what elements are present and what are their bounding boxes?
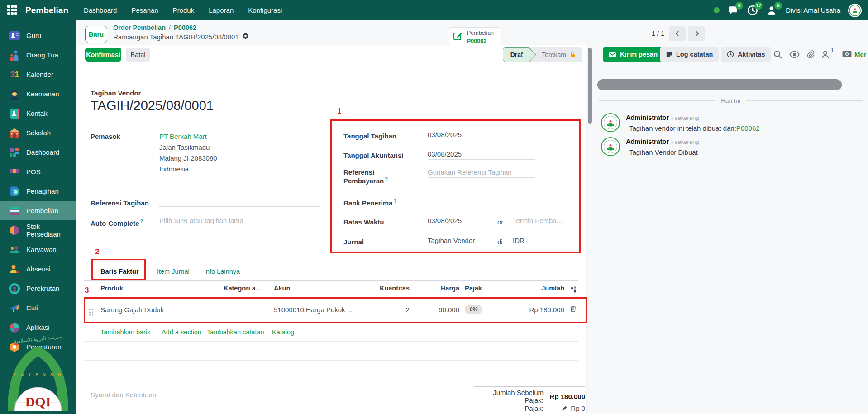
user-avatar[interactable] [848, 4, 862, 17]
attachments-paperclip-icon[interactable] [806, 50, 816, 61]
edit-tax-pencil-icon[interactable] [562, 405, 568, 411]
cell-pajak[interactable]: 0% [465, 305, 501, 314]
journal-input[interactable] [428, 236, 490, 246]
svg-text:DQI: DQI [25, 394, 51, 409]
sidebar-item-penagihan[interactable]: $ Penagihan [0, 181, 76, 201]
yayasan-dqi-logo: مدرسة التربية الاسلامية Y A Y A S A N DQ… [0, 333, 76, 414]
sidebar-item-karyawan[interactable]: Karyawan [0, 240, 76, 259]
company-name[interactable]: Divisi Amal Usaha [786, 6, 840, 14]
log-note-button[interactable]: Log catatan [660, 47, 719, 62]
terms-placeholder[interactable]: Syarat dan Ketentuan [91, 391, 156, 399]
send-message-button[interactable]: Kirim pesan [603, 47, 663, 62]
cell-produk[interactable]: Sarung Gajah Duduk [100, 305, 209, 313]
menu-laporan[interactable]: Laporan [203, 4, 239, 17]
payment-ref-input[interactable] [428, 168, 535, 178]
status-draft[interactable]: Draft [503, 47, 531, 62]
invoice-date-input[interactable] [428, 130, 535, 140]
apps-grid-icon[interactable] [7, 5, 18, 16]
message-body: Tagihan vendor ini telah dibuat dari:P00… [629, 124, 760, 132]
search-messages-icon[interactable] [773, 50, 782, 61]
user-notifications-icon[interactable]: 5 [766, 5, 778, 16]
tax-badge[interactable]: 0% [465, 305, 482, 314]
header-kategori[interactable]: Kategori a... [207, 285, 261, 292]
sidebar-item-sekolah[interactable]: Sekolah [0, 123, 76, 143]
add-line-link[interactable]: Tambahkan baris [100, 328, 150, 336]
annotation-label-2: 2 [95, 247, 99, 257]
cancel-button[interactable]: Batal [126, 48, 150, 62]
sidebar-item-absensi[interactable]: Absensi [0, 259, 76, 279]
cell-kuantitas[interactable]: 2 [355, 305, 410, 313]
drag-handle[interactable] [89, 309, 91, 310]
messages-icon[interactable]: 6 [727, 5, 739, 16]
sidebar-item-kalender[interactable]: 31 Kalender [0, 65, 76, 84]
add-section-link[interactable]: Add a section [162, 328, 201, 336]
confirm-button[interactable]: Konfirmasi [85, 48, 121, 62]
sidebar-item-pos[interactable]: POS [0, 162, 76, 181]
svg-text:Y A Y A S A N: Y A Y A S A N [13, 372, 62, 376]
accounting-date-input[interactable] [428, 150, 535, 160]
or-label: or [497, 218, 503, 226]
form-action-bar: Konfirmasi Batal Draft Terekam [76, 45, 586, 64]
menu-pesanan[interactable]: Pesanan [126, 4, 163, 17]
tab-baris-faktur[interactable]: Baris Faktur [100, 268, 139, 275]
record-screen-icon[interactable] [842, 50, 852, 60]
activity-button[interactable]: Aktivitas [721, 47, 771, 62]
menu-dashboard[interactable]: Dashboard [78, 4, 122, 17]
sidebar-item-keamanan[interactable]: Keamanan [0, 84, 76, 104]
partner-address-line: Jalan Tasikmadu [159, 143, 210, 151]
smart-button-pembelian[interactable]: Pembelian P00062 [448, 27, 501, 46]
header-jumlah[interactable]: Jumlah [506, 285, 564, 292]
chatter-horizontal-scrollbar[interactable] [597, 79, 842, 90]
keamanan-icon [9, 88, 20, 100]
settings-gear-icon[interactable] [242, 33, 249, 41]
breadcrumb-order-pembelian[interactable]: Order Pembelian [113, 24, 166, 31]
breadcrumb-p00062[interactable]: P00062 [174, 24, 196, 31]
sidebar-item-label: Keamanan [26, 90, 59, 98]
message-record-link[interactable]: P00062 [736, 124, 760, 132]
bank-input[interactable] [428, 196, 535, 206]
menu-produk[interactable]: Produk [167, 4, 200, 17]
tab-info-lainnya[interactable]: Info Lainnya [204, 268, 240, 275]
sidebar-item-kontak[interactable]: Kontak [0, 104, 76, 123]
sidebar-item-label: Kontak [26, 109, 48, 117]
partner-field[interactable]: PT Berkah Mart Jalan Tasikmadu Malang JI… [159, 131, 320, 186]
activity-clock-icon[interactable]: 17 [747, 5, 758, 16]
delete-line-icon[interactable] [569, 305, 583, 314]
due-date-input[interactable] [428, 216, 490, 226]
payment-terms-input[interactable] [513, 216, 576, 226]
di-label: di [497, 238, 503, 246]
vertical-scrollbar[interactable] [588, 48, 592, 124]
header-pajak[interactable]: Pajak [465, 285, 501, 292]
sidebar-item-guru[interactable]: Guru [0, 26, 76, 45]
menu-konfigurasi[interactable]: Konfigurasi [243, 4, 287, 17]
sidebar-item-cuti[interactable]: Cuti [0, 298, 76, 318]
sidebar-item-dashboard[interactable]: Dashboard [0, 143, 76, 162]
vendor-ref-input[interactable] [159, 197, 320, 207]
header-harga[interactable]: Harga [414, 285, 459, 292]
partner-name-link[interactable]: PT Berkah Mart [159, 131, 320, 142]
optional-columns-icon[interactable] [569, 286, 583, 295]
document-type-label: Tagihan Vendor [91, 89, 141, 97]
sidebar-item-pembelian[interactable]: Pembelian [0, 201, 76, 220]
cell-harga[interactable]: 90.000 [414, 305, 459, 313]
currency-input[interactable] [513, 236, 576, 246]
sidebar-item-perekrutan[interactable]: Perekrutan [0, 279, 76, 298]
sidebar-item-orang-tua[interactable]: Orang Tua [0, 45, 76, 65]
tab-item-jurnal[interactable]: Item Jurnal [157, 268, 190, 275]
add-note-link[interactable]: Tambahkan catatan [207, 328, 264, 336]
watchers-eye-icon[interactable] [789, 50, 800, 61]
status-terekam[interactable]: Terekam [531, 51, 582, 58]
payment-ref-label: ReferensiPembayaran? [343, 168, 388, 185]
document-number[interactable]: TAGIH/2025/08/0001 [91, 98, 292, 117]
followers-icon[interactable] [820, 50, 830, 61]
app-brand[interactable]: Pembelian [25, 5, 68, 15]
sidebar-item-stok-persediaan[interactable]: Stok Persediaan [0, 220, 76, 240]
autocomplete-input[interactable] [159, 216, 320, 226]
invoice-line-row[interactable]: Sarung Gajah Duduk 51000010 Harga Pokok … [84, 296, 578, 322]
followers-count: 1 [831, 48, 834, 53]
header-produk[interactable]: Produk [100, 285, 209, 292]
record-label[interactable]: Mer [854, 51, 867, 58]
catalog-link[interactable]: Katalog [272, 328, 294, 336]
online-status-dot [714, 7, 720, 13]
header-kuantitas[interactable]: Kuantitas [355, 285, 410, 292]
